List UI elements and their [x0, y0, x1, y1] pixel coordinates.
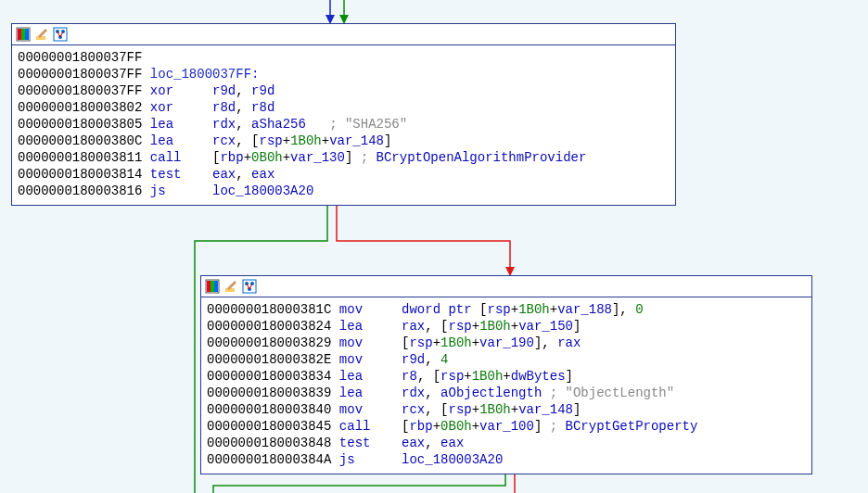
svg-rect-11 — [211, 281, 214, 292]
text: , — [425, 352, 440, 367]
address: 00000001800037FF — [18, 50, 142, 65]
text: , — [236, 100, 251, 115]
text: , [ — [425, 319, 448, 334]
mnemonic: mov — [339, 402, 363, 417]
text: ] — [384, 133, 391, 148]
label: loc_1800037FF: — [150, 67, 260, 82]
number: 1B0h — [440, 335, 472, 350]
operand: var_130 — [290, 150, 345, 165]
text: + — [472, 319, 479, 334]
mnemonic: call — [339, 419, 371, 434]
address: 0000000180003802 — [18, 100, 142, 115]
operand: r9d — [402, 352, 425, 367]
number: 0 — [635, 302, 643, 317]
mnemonic: lea — [339, 319, 363, 334]
operand: rdx — [212, 117, 236, 132]
string: "ObjectLength" — [566, 386, 675, 400]
address: 0000000180003829 — [207, 335, 331, 350]
operand: rsp — [449, 402, 472, 417]
comment: ; — [550, 386, 566, 400]
text: + — [472, 402, 479, 417]
operand: rcx — [402, 402, 425, 417]
operand: loc_180003A20 — [212, 183, 313, 198]
text: + — [283, 150, 290, 165]
operand: rbp — [220, 150, 243, 165]
mnemonic: call — [150, 150, 182, 165]
text: , — [425, 386, 440, 400]
colors-icon[interactable] — [205, 279, 220, 294]
operand: dword ptr — [402, 302, 472, 317]
colors-icon[interactable] — [16, 27, 31, 42]
address: 0000000180003848 — [207, 436, 331, 450]
graph-node-1[interactable]: 00000001800037FF00000001800037FF loc_180… — [11, 23, 676, 206]
text: , [ — [417, 369, 440, 384]
text: ] — [573, 402, 581, 417]
mnemonic: lea — [150, 117, 173, 132]
number: 4 — [440, 352, 448, 367]
operand: eax — [440, 436, 464, 450]
mnemonic: xor — [150, 83, 173, 98]
text: + — [511, 402, 518, 417]
number: 0B0h — [251, 150, 283, 165]
svg-rect-3 — [25, 29, 29, 40]
svg-rect-1 — [18, 29, 21, 40]
text: + — [433, 335, 440, 350]
text: + — [244, 150, 251, 165]
mnemonic: test — [150, 167, 182, 182]
mnemonic: js — [150, 183, 166, 198]
number: 1B0h — [479, 402, 511, 417]
operand: r8d — [251, 100, 274, 115]
string: "SHA256" — [345, 117, 407, 132]
operand: var_148 — [518, 402, 573, 417]
text: + — [472, 419, 479, 434]
text: ], — [534, 335, 557, 350]
text: + — [322, 133, 329, 148]
operand: rsp — [409, 335, 432, 350]
text: + — [503, 369, 510, 384]
text: + — [511, 302, 518, 317]
disassembly-block-1[interactable]: 00000001800037FF00000001800037FF loc_180… — [12, 45, 675, 205]
text: , — [236, 83, 251, 98]
operand: aObjectlength — [440, 386, 542, 400]
number: 1B0h — [479, 319, 511, 334]
address: 00000001800037FF — [18, 67, 142, 82]
operand: rcx — [212, 133, 236, 148]
operand: eax — [402, 436, 425, 450]
svg-rect-12 — [214, 281, 218, 292]
text: ] — [566, 369, 573, 384]
text: + — [550, 302, 557, 317]
mnemonic: mov — [339, 302, 363, 317]
text — [542, 386, 549, 400]
graph-icon[interactable] — [53, 27, 68, 42]
comment: ; — [361, 150, 377, 165]
operand: var_148 — [329, 133, 384, 148]
operand: rdx — [402, 386, 425, 400]
text: + — [464, 369, 471, 384]
mnemonic: mov — [339, 335, 363, 350]
operand: r9d — [251, 83, 274, 98]
text: , — [425, 436, 440, 450]
address: 000000018000381C — [207, 302, 331, 317]
edit-icon[interactable] — [34, 27, 49, 42]
operand: rsp — [488, 302, 511, 317]
operand: var_150 — [518, 319, 573, 334]
text: ] — [345, 150, 361, 165]
mnemonic: mov — [339, 352, 363, 367]
graph-node-2[interactable]: 000000018000381C mov dword ptr [rsp+1B0h… — [200, 275, 812, 474]
address: 0000000180003816 — [18, 183, 142, 198]
text: + — [511, 319, 518, 334]
graph-icon[interactable] — [242, 279, 257, 294]
operand: var_188 — [557, 302, 612, 317]
address: 000000018000382E — [207, 352, 331, 367]
address: 0000000180003805 — [18, 117, 142, 132]
comment: ; — [550, 419, 566, 434]
edit-icon[interactable] — [223, 279, 238, 294]
number: 0B0h — [440, 419, 472, 434]
address: 0000000180003814 — [18, 167, 142, 182]
comment: ; — [329, 117, 345, 132]
operand: dwBytes — [511, 369, 566, 384]
disassembly-block-2[interactable]: 000000018000381C mov dword ptr [rsp+1B0h… — [201, 297, 811, 474]
operand: r8d — [212, 100, 236, 115]
mnemonic: js — [339, 452, 355, 467]
operand: var_190 — [479, 335, 534, 350]
